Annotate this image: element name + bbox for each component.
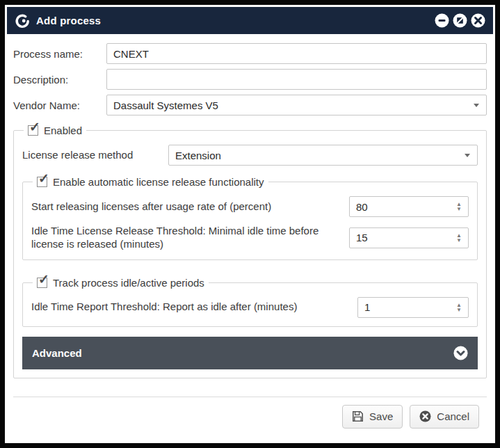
vendor-name-row: Vendor Name: Dassault Systemes V5 [13, 95, 487, 115]
report-threshold-input[interactable] [358, 301, 456, 313]
cancel-button-label: Cancel [437, 410, 469, 422]
minimize-icon[interactable] [435, 13, 449, 28]
save-button[interactable]: Save [342, 405, 403, 429]
usage-rate-input[interactable] [350, 201, 456, 213]
license-release-method-value: Extension [175, 150, 221, 161]
process-app-icon [15, 13, 30, 29]
idle-threshold-row: Idle Time License Release Threshold: Min… [31, 225, 469, 251]
chevron-down-icon [465, 154, 470, 157]
dialog-body: Process name: Description: Vendor Name: … [6, 34, 494, 429]
auto-release-checkbox[interactable]: ✓ [37, 177, 47, 187]
spin-down-icon[interactable]: ▼ [456, 307, 462, 312]
spin-down-icon[interactable]: ▼ [456, 238, 462, 243]
enabled-legend-label: Enabled [44, 125, 82, 136]
process-name-label: Process name: [13, 48, 106, 60]
process-name-row: Process name: [13, 43, 487, 64]
idle-threshold-spinner: ▲ ▼ [349, 227, 469, 248]
report-threshold-spin-arrows: ▲ ▼ [456, 303, 468, 312]
chevron-down-circle-icon[interactable] [453, 346, 468, 360]
dialog-frame: Add process Process name: [0, 0, 500, 448]
footer: Save Cancel [13, 397, 487, 429]
enabled-checkbox[interactable]: ✓ [28, 125, 38, 136]
report-threshold-spinner: ▲ ▼ [357, 297, 469, 318]
check-icon: ✓ [29, 120, 40, 134]
vendor-name-value: Dassault Systemes V5 [113, 99, 218, 111]
dialog-title: Add process [36, 15, 101, 26]
check-icon: ✓ [38, 172, 49, 185]
usage-rate-spinner: ▲ ▼ [349, 196, 469, 217]
floppy-disk-icon [352, 410, 364, 422]
license-release-method-select[interactable]: Extension [168, 145, 478, 166]
check-icon: ✓ [38, 273, 49, 286]
vendor-name-select[interactable]: Dassault Systemes V5 [106, 95, 487, 115]
usage-rate-spin-arrows: ▲ ▼ [456, 202, 468, 211]
advanced-section-toggle[interactable]: Advanced [22, 337, 478, 369]
advanced-label: Advanced [32, 347, 82, 359]
chevron-down-icon [474, 104, 479, 107]
track-legend: ✓ Track process idle/active periods [33, 277, 209, 289]
cancel-button[interactable]: Cancel [410, 405, 479, 429]
auto-release-legend: ✓ Enable automatic license release funct… [33, 176, 268, 188]
save-button-label: Save [369, 410, 393, 422]
spin-down-icon[interactable]: ▼ [456, 207, 462, 211]
idle-threshold-input[interactable] [350, 232, 456, 243]
track-checkbox[interactable]: ✓ [37, 278, 47, 288]
idle-threshold-label: Idle Time License Release Threshold: Min… [31, 225, 349, 251]
auto-release-legend-label: Enable automatic license release functio… [53, 176, 264, 188]
description-label: Description: [13, 74, 106, 86]
description-row: Description: [13, 69, 487, 90]
track-legend-label: Track process idle/active periods [53, 277, 204, 289]
track-group: ✓ Track process idle/active periods Idle… [22, 277, 478, 327]
process-name-input[interactable] [106, 43, 487, 64]
enabled-group: ✓ Enabled License release method Extensi… [13, 125, 487, 378]
license-release-method-row: License release method Extension [22, 145, 478, 166]
usage-rate-row: Start releasing licenses after usage rat… [31, 196, 469, 217]
report-threshold-row: Idle Time Report Threshold: Report as id… [31, 297, 469, 318]
report-threshold-label: Idle Time Report Threshold: Report as id… [31, 301, 357, 314]
usage-rate-label: Start releasing licenses after usage rat… [31, 200, 349, 214]
auto-release-group: ✓ Enable automatic license release funct… [22, 176, 478, 260]
close-icon[interactable] [471, 13, 485, 28]
titlebar: Add process [7, 7, 493, 34]
enabled-legend: ✓ Enabled [24, 125, 86, 136]
vendor-name-label: Vendor Name: [13, 99, 106, 111]
description-input[interactable] [106, 69, 487, 90]
license-release-method-label: License release method [22, 149, 168, 162]
idle-threshold-spin-arrows: ▲ ▼ [456, 233, 468, 243]
circle-x-icon [419, 410, 431, 422]
restore-icon[interactable] [453, 13, 467, 28]
